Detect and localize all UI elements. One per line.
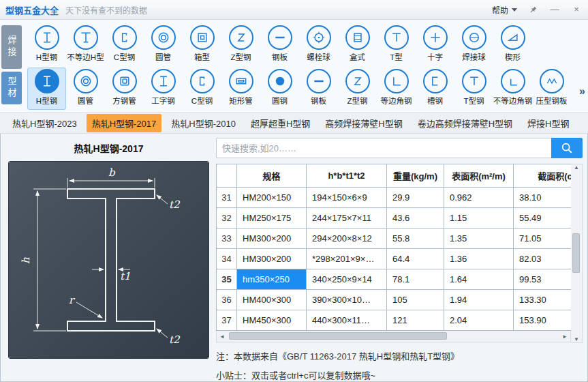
tool-p-t-steel[interactable]: T型钢: [454, 68, 493, 110]
scroll-up-icon[interactable]: ▲: [571, 164, 582, 171]
row-number-cell[interactable]: 37: [217, 310, 237, 331]
row-number-cell[interactable]: 35: [217, 269, 237, 290]
pin-button[interactable]: [527, 5, 539, 14]
search-button[interactable]: [551, 138, 583, 158]
section-cell[interactable]: 82.03: [514, 249, 572, 269]
weight-cell[interactable]: 121: [387, 310, 444, 331]
tool-p-equal-angle[interactable]: 等边角钢: [377, 68, 416, 110]
tool-p-round-tube[interactable]: 圆管: [66, 68, 105, 110]
tool-w-weld-ball[interactable]: 焊接球: [454, 24, 493, 66]
tool-p-h-beam[interactable]: H型钢: [27, 68, 66, 110]
weight-cell[interactable]: 78.1: [387, 269, 444, 290]
col-header-weight[interactable]: 重量(kg/m): [387, 164, 444, 188]
dims-cell[interactable]: 294×200×8×12: [307, 229, 387, 249]
surface-cell[interactable]: 1.36: [444, 249, 514, 269]
scroll-down-icon[interactable]: ▼: [571, 336, 582, 342]
weight-cell[interactable]: 105: [387, 290, 444, 310]
tool-w-steel-plate[interactable]: 钢板: [260, 24, 299, 66]
row-number-cell[interactable]: 36: [217, 290, 237, 310]
category-tab-welding[interactable]: 焊接: [1, 25, 22, 69]
weight-cell[interactable]: 64.4: [387, 249, 444, 269]
spec-cell[interactable]: HM200×150: [237, 188, 307, 208]
tool-p-corrugated-sheet[interactable]: 压型钢板: [532, 68, 571, 110]
tool-p-channel[interactable]: 槽钢: [416, 68, 454, 110]
tool-p-rect-tube[interactable]: 矩形管: [221, 68, 260, 110]
scroll-right-icon[interactable]: ►: [559, 334, 570, 340]
spec-cell[interactable]: HM400×300: [237, 290, 307, 310]
tab-extra-heavy-h[interactable]: 超厚超重H型钢: [245, 114, 315, 132]
tab-hf-welded-thin-h[interactable]: 高频焊接薄壁H型钢: [320, 114, 407, 132]
dims-cell[interactable]: *298×201×9×…: [307, 249, 387, 269]
surface-cell[interactable]: 0.962: [444, 188, 514, 208]
col-header-surface[interactable]: 表面积(m²/m): [444, 164, 514, 188]
dims-cell[interactable]: 194×150×6×9: [307, 188, 387, 208]
tab-welded-h[interactable]: 焊接H型钢: [522, 114, 574, 132]
tab-hot-rolled-2023[interactable]: 热轧H型钢-2023: [7, 114, 82, 132]
dims-cell[interactable]: 440×300×11…: [307, 310, 387, 331]
tool-w-c-steel[interactable]: C型钢: [105, 24, 144, 66]
spec-cell[interactable]: HM300×200: [237, 229, 307, 249]
tab-hot-rolled-2017[interactable]: 热轧H型钢-2017: [87, 114, 162, 132]
tool-w-h-beam[interactable]: H型钢: [27, 24, 66, 66]
tool-w-cross[interactable]: 十字: [416, 24, 454, 66]
tool-w-t-shape[interactable]: T型: [377, 24, 416, 66]
section-cell[interactable]: 55.49: [514, 208, 572, 229]
row-number-cell[interactable]: 33: [217, 229, 237, 249]
section-cell[interactable]: 153.90: [514, 310, 572, 331]
spec-cell-selected[interactable]: hm350×250: [237, 269, 307, 290]
section-cell[interactable]: 99.53: [514, 269, 572, 290]
vertical-scroll-track[interactable]: [571, 171, 582, 336]
col-header-index[interactable]: [217, 164, 237, 188]
tool-p-c-steel[interactable]: C型钢: [183, 68, 221, 110]
surface-cell[interactable]: 1.94: [444, 290, 514, 310]
horizontal-scrollbar[interactable]: ◄ ►: [216, 331, 571, 342]
section-cell[interactable]: 71.05: [514, 229, 572, 249]
scroll-left-icon[interactable]: ◄: [217, 334, 228, 340]
surface-cell[interactable]: 2.04: [444, 310, 514, 331]
col-header-spec[interactable]: 规格: [237, 164, 307, 188]
dims-cell[interactable]: 390×300×10…: [307, 290, 387, 310]
surface-cell[interactable]: 1.15: [444, 208, 514, 229]
tool-w-unequal-h[interactable]: 不等边H型: [66, 24, 105, 66]
dims-cell[interactable]: 340×250×9×14: [307, 269, 387, 290]
category-tab-profile[interactable]: 型材: [1, 72, 22, 104]
horizontal-scroll-track[interactable]: [228, 331, 559, 342]
tool-w-box-type[interactable]: 盒式: [338, 24, 377, 66]
tool-p-round-bar[interactable]: 圆钢: [260, 68, 299, 110]
toolbar-overflow-icon[interactable]: »: [579, 85, 585, 98]
help-menu[interactable]: 帮助: [492, 4, 517, 16]
horizontal-scroll-thumb[interactable]: [229, 332, 447, 340]
tool-w-round-tube[interactable]: 圆管: [144, 24, 183, 66]
row-number-cell[interactable]: 32: [217, 208, 237, 229]
tool-p-unequal-angle[interactable]: 不等边角钢: [493, 68, 532, 110]
tool-w-bolt-ball[interactable]: 螺栓球: [299, 24, 338, 66]
close-button[interactable]: ×: [570, 0, 583, 19]
tool-p-steel-plate[interactable]: 钢板: [299, 68, 338, 110]
tool-p-i-beam[interactable]: 工字钢: [144, 68, 183, 110]
tool-p-z-steel[interactable]: Z型钢: [338, 68, 377, 110]
surface-cell[interactable]: 1.35: [444, 229, 514, 249]
section-cell[interactable]: 133.30: [514, 290, 572, 310]
vertical-scroll-thumb[interactable]: [572, 233, 580, 273]
col-header-dims[interactable]: h*b*t1*t2: [307, 164, 387, 188]
section-cell[interactable]: 38.10: [514, 188, 572, 208]
row-number-cell[interactable]: 31: [217, 188, 237, 208]
vertical-scrollbar[interactable]: ▲ ▼: [571, 164, 583, 343]
spec-cell[interactable]: HM250×175: [237, 208, 307, 229]
tool-w-box-section[interactable]: 箱型: [183, 24, 221, 66]
tab-hot-rolled-2010[interactable]: 热轧H型钢-2010: [166, 114, 241, 132]
weight-cell[interactable]: 55.8: [387, 229, 444, 249]
surface-cell[interactable]: 1.64: [444, 269, 514, 290]
tab-lipped-hf-welded-thin-h[interactable]: 卷边高频焊接薄壁H型钢: [412, 114, 518, 132]
tool-p-square-tube[interactable]: 方钢管: [105, 68, 144, 110]
tool-w-wedge[interactable]: 楔形: [493, 24, 532, 66]
tool-w-z-steel[interactable]: Z型钢: [221, 24, 260, 66]
spec-cell[interactable]: HM450×300: [237, 310, 307, 331]
minimize-button[interactable]: —: [548, 0, 561, 19]
spec-cell[interactable]: HM300×200: [237, 249, 307, 269]
dims-cell[interactable]: 244×175×7×11: [307, 208, 387, 229]
weight-cell[interactable]: 29.9: [387, 188, 444, 208]
search-input[interactable]: [216, 138, 551, 158]
weight-cell[interactable]: 43.6: [387, 208, 444, 229]
col-header-section[interactable]: 截面积(cm²: [514, 164, 572, 188]
